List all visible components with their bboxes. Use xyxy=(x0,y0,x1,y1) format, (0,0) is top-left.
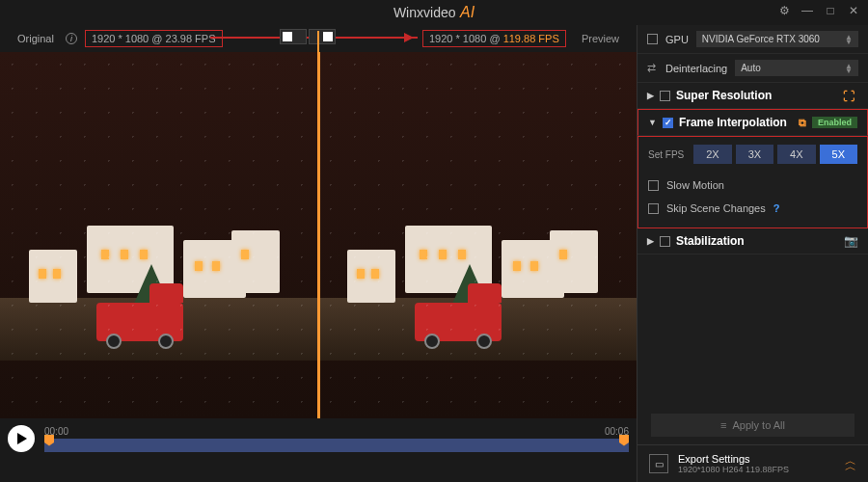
play-icon xyxy=(17,433,27,444)
maximize-icon[interactable]: □ xyxy=(824,4,837,17)
chevron-down-icon: ▼ xyxy=(648,118,657,127)
preview-label: Preview xyxy=(582,33,619,44)
title-accent: AI xyxy=(460,4,475,20)
gpu-device: NVIDIA GeForce RTX 3060 xyxy=(702,34,820,44)
super-res-label: Super Resolution xyxy=(676,89,772,102)
export-icon: ▭ xyxy=(649,454,668,473)
deinterlace-icon: ⇄ xyxy=(647,62,658,74)
trim-end-handle[interactable] xyxy=(619,435,629,446)
fps-2x-button[interactable]: 2X xyxy=(693,145,731,164)
updown-icon: ▲▼ xyxy=(845,35,853,44)
super-resolution-section[interactable]: ▶ Super Resolution ⛶ xyxy=(637,83,868,109)
minimize-icon[interactable]: — xyxy=(800,4,814,17)
frame-interp-label: Frame Interpolation xyxy=(679,116,787,129)
apply-to-all-button[interactable]: ≡ Apply to All xyxy=(651,414,854,437)
compare-right-icon[interactable] xyxy=(309,29,336,44)
frame-interp-checkbox[interactable] xyxy=(663,118,673,128)
title-brand: Winxvideo xyxy=(393,5,456,20)
apply-icon: ≡ xyxy=(720,419,726,431)
enabled-badge: Enabled xyxy=(812,117,857,128)
play-button[interactable] xyxy=(8,425,35,452)
frame-interp-body: Set FPS 2X 3X 4X 5X Slow Motion Skip Sce… xyxy=(637,136,868,228)
gear-icon[interactable]: ⚙ xyxy=(777,4,791,17)
preview-pane: Original i 1920 * 1080 @ 23.98 FPS 1920 … xyxy=(0,25,637,482)
timeline-track[interactable] xyxy=(44,439,629,452)
apply-label: Apply to All xyxy=(733,419,785,431)
skip-scene-checkbox[interactable] xyxy=(648,203,659,214)
export-settings[interactable]: ▭ Export Settings 1920*1080 H264 119.88F… xyxy=(637,444,868,482)
original-video xyxy=(0,52,318,418)
slow-motion-label: Slow Motion xyxy=(666,179,724,191)
stabilize-icon: 📷 xyxy=(844,234,858,248)
fps-3x-button[interactable]: 3X xyxy=(736,145,773,164)
skip-scene-label: Skip Scene Changes xyxy=(666,202,766,214)
gpu-select[interactable]: NVIDIA GeForce RTX 3060 ▲▼ xyxy=(696,31,858,47)
updown-icon: ▲▼ xyxy=(845,64,853,73)
fps-5x-button[interactable]: 5X xyxy=(820,145,857,164)
frame-interpolation-section[interactable]: ▼ Frame Interpolation ⧉ Enabled xyxy=(637,109,868,136)
compare-left-icon[interactable] xyxy=(280,29,307,44)
preview-resolution: 1920 * 1080 @ 119.88 FPS xyxy=(422,30,566,47)
export-detail: 1920*1080 H264 119.88FPS xyxy=(678,465,835,474)
close-icon[interactable]: ✕ xyxy=(847,4,860,17)
fps-4x-button[interactable]: 4X xyxy=(777,145,815,164)
super-res-icon: ⛶ xyxy=(843,90,858,101)
expand-icon[interactable]: ︿︿ xyxy=(845,458,856,469)
preview-area xyxy=(0,52,637,418)
chevron-right-icon: ▶ xyxy=(647,236,654,246)
help-icon[interactable]: ? xyxy=(773,202,780,214)
info-icon[interactable]: i xyxy=(66,33,77,44)
super-res-checkbox[interactable] xyxy=(660,91,670,101)
stabilization-label: Stabilization xyxy=(676,234,745,248)
stabilization-checkbox[interactable] xyxy=(660,236,670,247)
deinterlace-select[interactable]: Auto ▲▼ xyxy=(735,60,858,76)
set-fps-label: Set FPS xyxy=(648,149,684,160)
gpu-checkbox[interactable] xyxy=(647,34,658,44)
deinterlace-value: Auto xyxy=(741,63,761,73)
processed-video xyxy=(318,52,637,418)
compare-divider[interactable] xyxy=(318,52,320,418)
stabilization-section[interactable]: ▶ Stabilization 📷 xyxy=(637,228,868,254)
export-title: Export Settings xyxy=(678,453,835,465)
settings-pane: GPU NVIDIA GeForce RTX 3060 ▲▼ ⇄ Deinter… xyxy=(637,25,868,482)
preview-res-prefix: 1920 * 1080 @ xyxy=(429,33,503,44)
interp-icon: ⧉ xyxy=(799,117,806,129)
titlebar: Winxvideo AI ⚙ — □ ✕ xyxy=(0,0,868,25)
app-title: Winxvideo AI xyxy=(393,4,475,21)
preview-fps: 119.88 FPS xyxy=(503,33,559,44)
chevron-right-icon: ▶ xyxy=(647,91,654,100)
slow-motion-checkbox[interactable] xyxy=(648,180,659,191)
timeline: 00:00 00:06 xyxy=(0,418,637,459)
gpu-label: GPU xyxy=(665,34,689,45)
original-resolution: 1920 * 1080 @ 23.98 FPS xyxy=(85,30,223,47)
trim-start-handle[interactable] xyxy=(44,435,54,446)
original-label: Original xyxy=(17,33,54,44)
deinterlace-label: Deinterlacing xyxy=(665,63,727,74)
